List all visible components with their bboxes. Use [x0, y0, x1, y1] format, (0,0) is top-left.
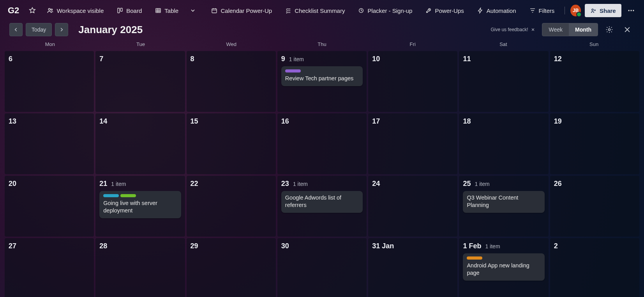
calendar-cell[interactable]: 1 Feb1 itemAndroid App new landing page — [459, 238, 548, 297]
calendar-powerup-button[interactable]: Calendar Power-Up — [206, 4, 277, 17]
calendar-cell[interactable]: 22 — [187, 176, 276, 237]
calendar-cell[interactable]: 8 — [187, 51, 276, 112]
day-number: 31 Jan — [372, 242, 394, 250]
cell-header: 10 — [372, 55, 453, 63]
chevron-down-icon[interactable] — [187, 4, 199, 17]
day-number: 19 — [554, 117, 562, 126]
lime-label — [120, 194, 136, 197]
cell-header: 31 Jan — [372, 242, 453, 250]
avatar[interactable]: JB — [570, 5, 581, 16]
gear-icon[interactable] — [603, 23, 616, 36]
calendar-cell[interactable]: 28 — [95, 238, 185, 297]
calendar-card[interactable]: Going live with server deployment — [99, 191, 181, 218]
placker-button[interactable]: Placker - Sign-up — [353, 4, 417, 17]
day-number: 20 — [9, 180, 16, 188]
calendar-cell[interactable]: 18 — [459, 113, 548, 174]
day-of-week-row: Mon Tue Wed Thu Fri Sat Sun — [0, 39, 644, 51]
today-button[interactable]: Today — [26, 23, 52, 36]
feedback-prompt[interactable]: Give us feedback! — [490, 27, 536, 32]
calendar-cell[interactable]: 20 — [5, 176, 94, 237]
more-icon[interactable] — [625, 4, 637, 17]
calendar-cell[interactable]: 29 — [187, 238, 276, 297]
calendar-cell[interactable]: 26 — [550, 176, 639, 237]
close-calendar-icon[interactable] — [621, 23, 634, 36]
cell-header: 211 item — [99, 180, 181, 188]
calendar-cell[interactable]: 14 — [95, 113, 185, 174]
automation-label: Automation — [487, 7, 516, 14]
calendar-cell[interactable]: 16 — [277, 113, 367, 174]
filters-button[interactable]: Filters — [525, 4, 559, 17]
day-number: 25 — [463, 180, 471, 188]
star-icon[interactable] — [26, 4, 38, 17]
calendar-cell[interactable]: 30 — [277, 238, 367, 297]
calendar-cell[interactable]: 12 — [550, 51, 639, 112]
prev-button[interactable] — [9, 23, 23, 36]
rocket-icon — [425, 7, 432, 14]
calendar-cell[interactable]: 231 itemGoogle Adwords list of referrers — [277, 176, 367, 237]
day-number: 15 — [191, 117, 198, 126]
dow: Tue — [95, 39, 186, 51]
dow: Wed — [186, 39, 277, 51]
cell-header: 14 — [99, 117, 181, 126]
calendar-card[interactable]: Q3 Webinar Content Planning — [463, 191, 544, 213]
table-view-button[interactable]: Table — [150, 4, 183, 17]
cell-header: 22 — [191, 180, 272, 188]
calendar-cell[interactable]: 31 Jan — [368, 238, 457, 297]
card-title: Q3 Webinar Content Planning — [467, 194, 540, 209]
calendar-card[interactable]: Google Adwords list of referrers — [281, 191, 363, 213]
automation-button[interactable]: Automation — [473, 4, 521, 17]
day-number: 9 — [281, 55, 285, 63]
dow: Sat — [458, 39, 549, 51]
cell-header: 20 — [9, 180, 90, 188]
card-labels — [103, 194, 177, 197]
nav-group: Today — [9, 23, 68, 36]
calendar-cell[interactable]: 19 — [550, 113, 639, 174]
view-week[interactable]: Week — [542, 23, 569, 36]
placker-icon — [358, 7, 364, 14]
workspace-visible-button[interactable]: Workspace visible — [42, 4, 109, 17]
calendar-cell[interactable]: 27 — [5, 238, 94, 297]
next-button[interactable] — [55, 23, 68, 36]
calendar-cell[interactable]: 17 — [368, 113, 457, 174]
day-number: 17 — [372, 117, 380, 126]
calendar-card[interactable]: Android App new landing page — [463, 253, 544, 281]
cell-header: 15 — [191, 117, 272, 126]
calendar-cell[interactable]: 24 — [368, 176, 457, 237]
calendar-cell[interactable]: 11 — [459, 51, 548, 112]
board-view-button[interactable]: Board — [112, 4, 146, 17]
card-labels — [285, 69, 359, 72]
cell-header: 12 — [554, 55, 635, 63]
calendar-cell[interactable]: 13 — [5, 113, 94, 174]
power-ups-button[interactable]: Power-Ups — [421, 4, 468, 17]
svg-point-10 — [630, 10, 632, 11]
checklist-icon — [285, 7, 291, 14]
close-icon[interactable] — [530, 27, 536, 32]
calendar-cell[interactable]: 211 itemGoing live with server deploymen… — [95, 176, 185, 237]
svg-rect-3 — [121, 8, 123, 11]
day-number: 7 — [99, 55, 103, 63]
svg-rect-2 — [118, 8, 120, 13]
purple-label — [285, 69, 301, 72]
day-number: 18 — [463, 117, 471, 126]
calendar-cell[interactable]: 10 — [368, 51, 457, 112]
checklist-summary-label: Checklist Summary — [295, 7, 345, 14]
svg-point-9 — [628, 10, 629, 11]
view-month[interactable]: Month — [569, 23, 598, 36]
workspace-visible-label: Workspace visible — [57, 7, 104, 14]
placker-label: Placker - Sign-up — [367, 7, 412, 14]
calendar-cell[interactable]: 91 itemReview Tech partner pages — [277, 51, 367, 112]
calendar-cell[interactable]: 251 itemQ3 Webinar Content Planning — [459, 176, 548, 237]
board-view-label: Board — [126, 7, 142, 14]
table-view-label: Table — [164, 7, 178, 14]
calendar-cell[interactable]: 2 — [550, 238, 639, 297]
calendar-cell[interactable]: 6 — [5, 51, 94, 112]
cell-header: 16 — [281, 117, 363, 126]
checklist-summary-button[interactable]: Checklist Summary — [281, 4, 349, 17]
calendar-cell[interactable]: 7 — [95, 51, 185, 112]
share-button[interactable]: Share — [585, 4, 621, 17]
calendar-cell[interactable]: 15 — [187, 113, 276, 174]
cyan-label — [103, 194, 119, 197]
cell-header: 11 — [463, 55, 544, 63]
filters-label: Filters — [539, 7, 555, 14]
calendar-card[interactable]: Review Tech partner pages — [281, 66, 363, 86]
